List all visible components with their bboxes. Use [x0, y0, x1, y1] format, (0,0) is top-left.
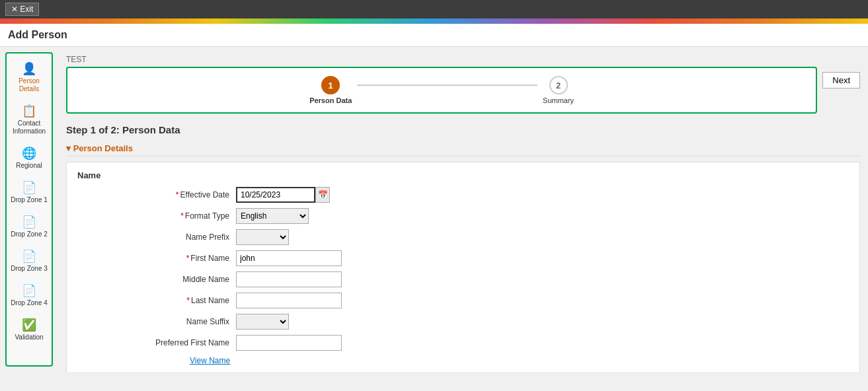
main-layout: 👤 Person Details 📋 Contact Information 🌐… [0, 47, 868, 372]
sidebar-item-drop-zone-1[interactable]: 📄 Drop Zone 1 [7, 175, 52, 209]
sidebar-item-label: Contact Information [9, 120, 49, 135]
sidebar-item-regional[interactable]: 🌐 Regional [7, 141, 52, 175]
drop-zone-4-icon: 📄 [22, 283, 36, 298]
middle-name-label: Middle Name [130, 275, 236, 284]
person-details-section-header[interactable]: Person Details [66, 141, 860, 157]
top-bar: ✕ Exit [0, 0, 868, 18]
name-prefix-label: Name Prefix [130, 232, 236, 242]
exit-button[interactable]: ✕ Exit [5, 3, 39, 16]
sidebar-item-label: Regional [16, 162, 42, 170]
wizard-line [357, 85, 537, 86]
step-2-label: Summary [543, 96, 574, 104]
step-title: Step 1 of 2: Person Data [66, 124, 860, 135]
wizard-steps: 1 Person Data 2 Summary [309, 76, 574, 104]
format-type-label: Format Type [130, 211, 236, 221]
sidebar-item-label: Drop Zone 2 [11, 231, 48, 238]
next-button[interactable]: Next [822, 72, 860, 89]
effective-date-label: Effective Date [130, 190, 236, 199]
wizard-container: 1 Person Data 2 Summary [66, 67, 817, 114]
effective-date-row: Effective Date 📅 [77, 187, 849, 203]
sidebar: 👤 Person Details 📋 Contact Information 🌐… [5, 52, 53, 367]
preferred-first-name-input[interactable] [236, 335, 342, 351]
color-bar [0, 18, 868, 24]
drop-zone-3-icon: 📄 [22, 249, 36, 264]
sidebar-item-drop-zone-3[interactable]: 📄 Drop Zone 3 [7, 244, 52, 278]
contact-information-icon: 📋 [22, 104, 36, 118]
first-name-input[interactable] [236, 250, 342, 266]
sidebar-item-label: Drop Zone 3 [11, 265, 48, 273]
sidebar-item-label: Person Details [9, 77, 49, 93]
preferred-first-name-label: Preferred First Name [130, 338, 236, 347]
effective-date-field-wrap: 📅 [236, 187, 330, 203]
name-suffix-select[interactable]: Jr. Sr. II III [236, 314, 289, 330]
person-details-icon: 👤 [22, 61, 36, 76]
view-name-link[interactable]: View Name [190, 356, 849, 365]
format-type-row: Format Type English Chinese Japanese [77, 208, 849, 224]
step-2-circle: 2 [549, 76, 568, 94]
sidebar-item-label: Validation [15, 334, 43, 341]
step-1-label: Person Data [309, 96, 352, 104]
page-header: Add Person [0, 24, 868, 47]
name-suffix-label: Name Suffix [130, 317, 236, 326]
sidebar-item-label: Drop Zone 1 [11, 196, 48, 204]
name-panel-title: Name [77, 170, 849, 180]
regional-icon: 🌐 [22, 146, 36, 160]
name-prefix-select[interactable]: Mr. Mrs. Ms. Dr. [236, 229, 289, 245]
drop-zone-1-icon: 📄 [22, 180, 36, 195]
preferred-first-name-row: Preferred First Name [77, 335, 849, 351]
last-name-input[interactable] [236, 293, 342, 308]
middle-name-input[interactable] [236, 271, 342, 287]
name-form-panel: Name Effective Date 📅 Format Type Englis… [66, 162, 860, 372]
step-1-circle: 1 [321, 76, 340, 94]
last-name-row: Last Name [77, 293, 849, 308]
first-name-row: First Name [77, 250, 849, 266]
wizard-step-1: 1 Person Data [309, 76, 352, 104]
sidebar-item-person-details[interactable]: 👤 Person Details [7, 56, 52, 98]
test-label: TEST [66, 52, 860, 67]
name-prefix-row: Name Prefix Mr. Mrs. Ms. Dr. [77, 229, 849, 245]
drop-zone-2-icon: 📄 [22, 215, 36, 229]
page-title: Add Person [8, 29, 860, 41]
sidebar-item-validation[interactable]: ✅ Validation [7, 312, 52, 347]
sidebar-item-label: Drop Zone 4 [11, 299, 48, 307]
sidebar-item-contact-information[interactable]: 📋 Contact Information [7, 98, 52, 141]
sidebar-item-drop-zone-2[interactable]: 📄 Drop Zone 2 [7, 209, 52, 244]
effective-date-calendar-icon[interactable]: 📅 [315, 187, 330, 203]
last-name-label: Last Name [130, 296, 236, 305]
wizard-step-2: 2 Summary [543, 76, 574, 104]
middle-name-row: Middle Name [77, 271, 849, 287]
validation-icon: ✅ [22, 318, 36, 332]
effective-date-input[interactable] [236, 187, 315, 203]
name-suffix-row: Name Suffix Jr. Sr. II III [77, 314, 849, 330]
format-type-select[interactable]: English Chinese Japanese [236, 208, 309, 224]
first-name-label: First Name [130, 254, 236, 263]
sidebar-item-drop-zone-4[interactable]: 📄 Drop Zone 4 [7, 278, 52, 312]
content-area: TEST 1 Person Data 2 Summary Next [58, 47, 868, 372]
